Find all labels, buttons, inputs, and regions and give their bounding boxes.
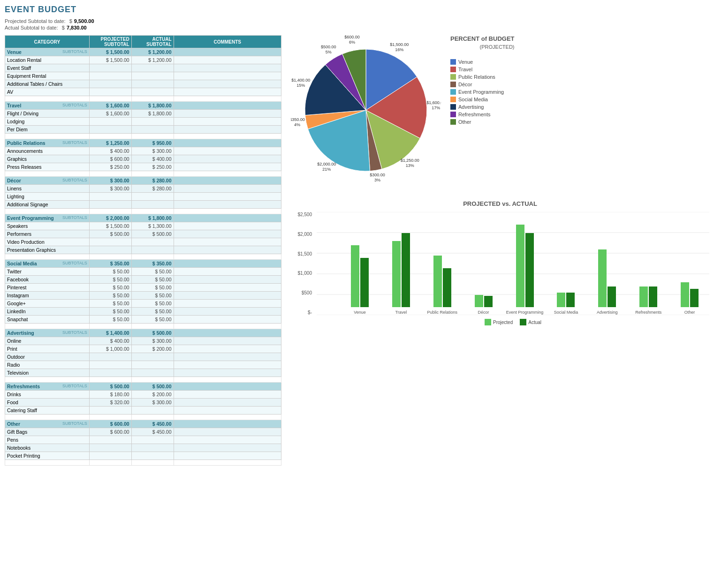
item-actual: $ 50.00 — [131, 284, 174, 292]
item-comments — [174, 361, 281, 369]
item-name: Catering Staff — [5, 407, 90, 415]
pie-legend: Venue Travel Public Relations Décor Even… — [450, 59, 515, 125]
item-name: Location Rental — [5, 56, 90, 64]
bar-group: Advertising — [587, 249, 627, 315]
section-projected: $ 1,500.00 — [89, 48, 131, 56]
projected-legend-item: Projected — [485, 319, 513, 325]
y-axis-label: $2,500 — [291, 212, 312, 217]
item-comments — [174, 230, 281, 238]
y-axis-label: $500 — [291, 290, 312, 295]
item-comments — [174, 246, 281, 254]
pie-label-pct: 16% — [395, 47, 403, 52]
item-actual: $ 500.00 — [131, 230, 174, 238]
item-actual — [131, 118, 174, 126]
projected-bar — [475, 295, 483, 307]
item-comments — [174, 369, 281, 377]
bar-group-label: Venue — [354, 310, 366, 315]
item-comments — [174, 222, 281, 230]
item-actual — [131, 452, 174, 460]
item-comments — [174, 88, 281, 96]
pie-subtitle: (PROJECTED) — [450, 44, 515, 50]
item-comments — [174, 337, 281, 345]
item-comments — [174, 110, 281, 118]
pie-label-pct: 17% — [432, 106, 440, 110]
section-comments — [174, 214, 281, 222]
actual-bar — [484, 296, 493, 308]
item-projected: $ 1,500.00 — [89, 56, 131, 64]
table-section-header: Other SUBTOTALS $ 600.00 $ 450.00 — [5, 420, 281, 428]
bar-group-label: Décor — [478, 310, 489, 315]
legend-label: Travel — [458, 67, 472, 72]
bar-group: Event Programming — [505, 225, 545, 315]
item-actual: $ 50.00 — [131, 308, 174, 316]
separator-row — [5, 324, 281, 329]
bar-group: Other — [670, 282, 709, 315]
item-projected: $ 320.00 — [89, 399, 131, 407]
table-row: Facebook $ 50.00 $ 50.00 — [5, 276, 281, 284]
section-comments — [174, 48, 281, 56]
item-name: Twitter — [5, 268, 90, 276]
item-comments — [174, 345, 281, 353]
item-name: Speakers — [5, 222, 90, 230]
table-section-header: Public Relations SUBTOTALS $ 1,250.00 $ … — [5, 139, 281, 147]
table-section-header: Travel SUBTOTALS $ 1,600.00 $ 1,800.00 — [5, 102, 281, 110]
legend-label: Social Media — [458, 97, 488, 102]
item-projected — [89, 80, 131, 88]
legend-color-box — [450, 67, 456, 72]
table-row: Television — [5, 369, 281, 377]
projected-bar — [681, 282, 689, 307]
table-row: Pocket Printing — [5, 452, 281, 460]
item-comments — [174, 155, 281, 163]
item-name: Performers — [5, 230, 90, 238]
bar-inner: VenueTravelPublic RelationsDécorEvent Pr… — [317, 212, 709, 315]
item-comments — [174, 201, 281, 209]
legend-label: Public Relations — [458, 74, 495, 80]
item-comments — [174, 436, 281, 444]
table-row: Print $ 1,000.00 $ 200.00 — [5, 345, 281, 353]
table-row: LinkedIn $ 50.00 $ 50.00 — [5, 308, 281, 316]
separator-row — [5, 134, 281, 139]
item-actual: $ 50.00 — [131, 300, 174, 308]
section-projected: $ 1,400.00 — [89, 329, 131, 337]
table-row: Flight / Driving $ 1,600.00 $ 1,800.00 — [5, 110, 281, 118]
table-row: Pinterest $ 50.00 $ 50.00 — [5, 284, 281, 292]
table-row: Video Production — [5, 238, 281, 246]
item-name: Google+ — [5, 300, 90, 308]
bar-group: Décor — [464, 295, 503, 315]
table-row: Online $ 400.00 $ 300.00 — [5, 337, 281, 345]
item-projected — [89, 193, 131, 201]
item-name: Additional Signage — [5, 201, 90, 209]
legend-color-box — [450, 82, 456, 87]
projected-label: Projected Subtotal to date: — [5, 18, 66, 24]
item-comments — [174, 72, 281, 80]
pie-right: PERCENT of BUDGET (PROJECTED) Venue Trav… — [450, 35, 515, 125]
bar-chart-inner: VenueTravelPublic RelationsDécorEvent Pr… — [317, 212, 709, 315]
section-name: Event Programming SUBTOTALS — [5, 214, 90, 222]
pie-label-value: $300.00 — [370, 173, 385, 177]
item-comments — [174, 276, 281, 284]
item-projected: $ 500.00 — [89, 230, 131, 238]
legend-color-box — [450, 104, 456, 110]
bar-group: Travel — [381, 233, 421, 315]
pie-label-pct: 21% — [322, 167, 331, 172]
separator-row — [5, 254, 281, 260]
y-axis: $2,500$2,000$1,500$1,000$500$- — [291, 212, 312, 315]
table-row: Event Staff — [5, 64, 281, 72]
header-actual: ACTUAL SUBTOTAL — [131, 36, 174, 48]
bar-pair — [639, 286, 657, 307]
table-row: Announcements $ 400.00 $ 300.00 — [5, 147, 281, 155]
table-row: Snapchat $ 50.00 $ 50.00 — [5, 316, 281, 324]
item-projected: $ 50.00 — [89, 316, 131, 324]
table-row: Twitter $ 50.00 $ 50.00 — [5, 268, 281, 276]
item-projected — [89, 369, 131, 377]
header-projected: PROJECTED SUBTOTAL — [89, 36, 131, 48]
legend-item: Event Programming — [450, 89, 515, 95]
table-row: AV — [5, 88, 281, 96]
table-row: Linens $ 300.00 $ 280.00 — [5, 185, 281, 193]
legend-item: Refreshments — [450, 112, 515, 117]
item-comments — [174, 292, 281, 300]
table-row: Radio — [5, 361, 281, 369]
table-row: Lighting — [5, 193, 281, 201]
table-row: Speakers $ 1,500.00 $ 1,300.00 — [5, 222, 281, 230]
separator-row — [5, 415, 281, 420]
